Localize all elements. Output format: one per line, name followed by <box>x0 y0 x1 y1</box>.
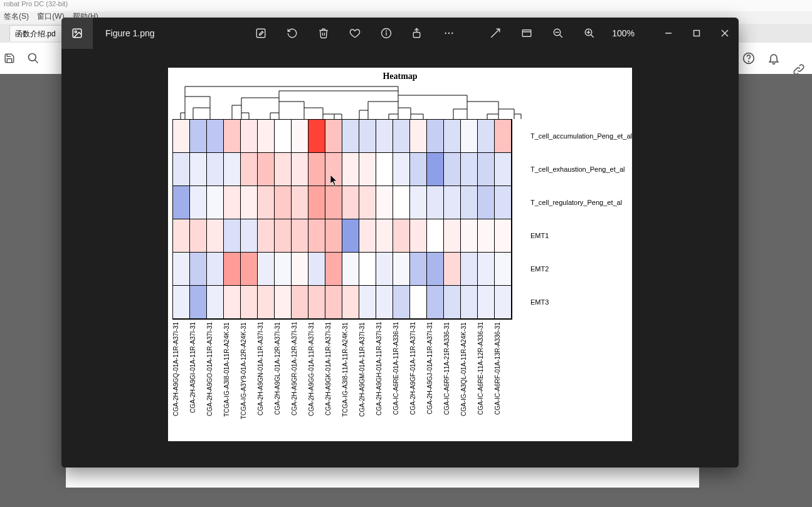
heatmap-cell <box>207 120 224 153</box>
heatmap-cell <box>207 153 224 186</box>
zoom-level[interactable]: 100% <box>608 28 638 38</box>
heatmap-figure: Heatmap <box>168 68 632 441</box>
heatmap-cell <box>427 153 444 186</box>
svg-rect-10 <box>413 33 420 38</box>
info-icon[interactable] <box>374 18 399 49</box>
bell-icon[interactable] <box>767 51 781 65</box>
heatmap-cell <box>241 120 258 153</box>
col-label: CGA-2H-A9GM-01A-11R-A37I-31 <box>359 322 376 441</box>
heatmap-cell <box>190 153 207 186</box>
col-label: CGA-2H-A9GO-01A-11R-A37I-31 <box>206 322 223 441</box>
heatmap-cell <box>173 186 190 219</box>
dendrogram-icon <box>172 83 528 119</box>
heatmap-cell <box>444 153 461 186</box>
svg-line-17 <box>559 34 562 38</box>
heatmap-cell <box>427 219 444 253</box>
heatmap-cell <box>376 186 393 219</box>
col-label: TCGA-IG-A3I8-11A-11R-A24K-31 <box>342 322 359 441</box>
heatmap-cell <box>342 153 359 186</box>
more-icon[interactable] <box>436 18 461 49</box>
heatmap-cell <box>410 219 427 253</box>
zoom-in-icon[interactable] <box>577 18 602 49</box>
col-label: TCGA-IG-A3Y9-01A-12R-A24K-31 <box>240 322 257 441</box>
close-button[interactable] <box>710 23 739 43</box>
col-label: CGA-2H-A9GI-01A-11R-A37I-31 <box>189 322 206 441</box>
acrobat-titlebar: robat Pro DC (32-bit) <box>0 0 812 11</box>
heatmap-cell <box>275 120 292 153</box>
share-icon[interactable] <box>405 18 430 49</box>
heatmap-cell <box>393 286 410 319</box>
row-label: EMT3 <box>530 285 632 318</box>
svg-point-3 <box>749 61 749 62</box>
slideshow-icon[interactable] <box>514 18 539 49</box>
rotate-icon[interactable] <box>280 18 305 49</box>
svg-point-9 <box>386 31 387 31</box>
heatmap-cell <box>292 253 308 286</box>
svg-point-13 <box>451 33 453 34</box>
zoom-icon[interactable] <box>26 51 40 65</box>
heatmap-cell <box>190 186 207 219</box>
col-label: CGA-2H-A9GN-01A-11R-A37I-31 <box>257 322 274 441</box>
col-labels: CGA-2H-A9GQ-01A-11R-A37I-31CGA-2H-A9GI-0… <box>172 322 511 441</box>
col-label: CGA-2H-A9GH-01A-11R-A37I-31 <box>376 322 393 441</box>
heatmap-cell <box>308 153 325 186</box>
svg-line-21 <box>591 34 594 38</box>
col-label: TCGA-IG-A3I8-01A-11R-A24K-31 <box>223 322 240 441</box>
menu-window[interactable]: 窗口(W) <box>37 12 64 21</box>
heatmap-cell <box>359 186 376 219</box>
favorite-icon[interactable] <box>342 18 367 49</box>
heatmap-cell <box>292 153 308 186</box>
col-label: CGA-2H-A9GK-01A-11R-A37I-31 <box>325 322 342 441</box>
heatmap-cell <box>461 219 478 253</box>
edit-icon[interactable] <box>248 18 273 49</box>
heatmap-cell <box>224 253 241 286</box>
heatmap-cell <box>224 120 241 153</box>
image-viewer-window: Figure 1.png <box>61 18 739 468</box>
svg-point-11 <box>445 33 446 34</box>
heatmap-cell <box>461 153 478 186</box>
col-label: CGA-IC-A6RE-01A-11R-A336-31 <box>393 322 409 441</box>
col-label: CGA-IG-A3QL-01A-11R-A24K-31 <box>460 322 477 441</box>
viewer-body[interactable]: Heatmap <box>61 49 739 468</box>
heatmap-cell <box>275 253 292 286</box>
heatmap-cell <box>325 253 342 286</box>
heatmap-cell <box>190 286 207 319</box>
heatmap-cell <box>444 219 461 253</box>
minimize-button[interactable] <box>654 23 682 43</box>
row-label: T_cell_accumulation_Peng_et_al <box>530 119 632 152</box>
menu-sign[interactable]: 签名(S) <box>4 12 29 21</box>
heatmap-cell <box>393 219 410 253</box>
viewer-file-name: Figure 1.png <box>105 28 155 38</box>
viewer-header: Figure 1.png <box>61 18 739 49</box>
heatmap-cell <box>444 186 461 219</box>
heatmap-cell <box>325 286 342 319</box>
col-label: CGA-IC-A6RF-11A-21R-A336-31 <box>443 322 460 441</box>
heatmap-cell <box>275 286 292 319</box>
heatmap-cell <box>342 186 359 219</box>
maximize-button[interactable] <box>682 23 710 43</box>
gallery-button[interactable] <box>61 18 93 49</box>
svg-point-12 <box>448 33 450 34</box>
heatmap-cell <box>308 286 325 319</box>
heatmap-cell <box>427 120 444 153</box>
heatmap-cell <box>478 153 495 186</box>
heatmap-cell <box>275 153 292 186</box>
heatmap-cell <box>207 286 224 319</box>
help-icon[interactable] <box>742 51 756 65</box>
acrobat-tab[interactable]: 函数介绍.pd <box>9 25 63 41</box>
heatmap-cell <box>190 253 207 286</box>
save-icon[interactable] <box>3 51 16 65</box>
heatmap-cell <box>342 120 359 153</box>
expand-icon[interactable] <box>483 18 508 49</box>
heatmap-cell <box>444 286 461 319</box>
svg-line-1 <box>35 60 38 63</box>
col-label: CGA-IC-A6RF-01A-13R-A336-31 <box>494 322 511 441</box>
heatmap-cell <box>495 219 512 253</box>
heatmap-cell <box>241 253 258 286</box>
heatmap-cell <box>173 286 190 319</box>
heatmap-cell <box>207 253 224 286</box>
svg-rect-14 <box>522 30 531 37</box>
zoom-out-icon[interactable] <box>546 18 571 49</box>
delete-icon[interactable] <box>311 18 336 49</box>
heatmap-cell <box>444 120 461 153</box>
